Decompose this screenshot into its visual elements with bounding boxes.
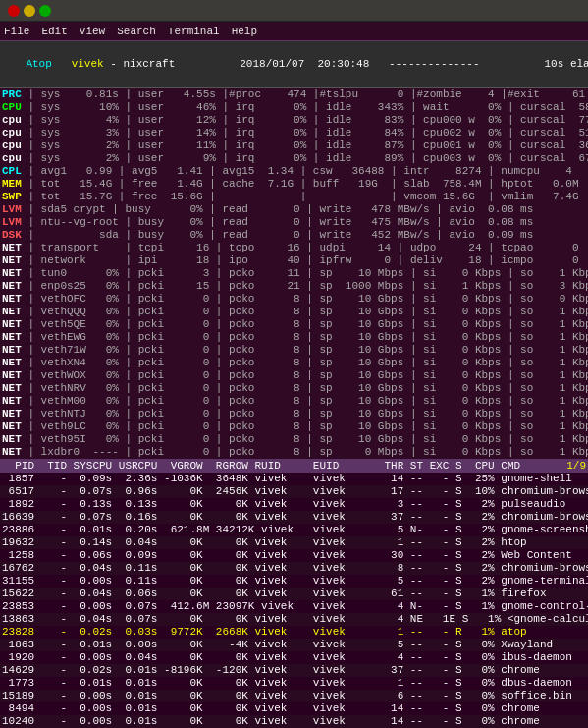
proc-page: 1/9 — [566, 459, 586, 473]
resource-row: NET | vethNTJ 0% | pcki 0 | pcko 8 | sp … — [2, 408, 586, 420]
proc-row: 1863 - 0.01s 0.00s 0K -4K vivek vivek 5 … — [0, 639, 588, 651]
resource-row: CPL | avg1 0.99 | avg5 1.41 | avg15 1.34… — [2, 165, 586, 178]
menu-item-file[interactable]: File — [4, 26, 29, 37]
titlebar — [0, 0, 588, 22]
resource-row: NET | vethM00 0% | pcki 0 | pcko 8 | sp … — [2, 395, 586, 408]
proc-row: 14629 - 0.02s 0.01s -8196K -120K vivek v… — [0, 664, 588, 677]
resource-row: NET | vethNRV 0% | pcki 0 | pcko 8 | sp … — [2, 382, 586, 395]
resource-row: NET | enp0s25 0% | pcki 15 | pcko 21 | s… — [2, 280, 586, 293]
resource-row: cpu | sys 2% | user 9% | irq 0% | idle 8… — [2, 152, 586, 165]
resource-row: NET | vethWOX 0% | pcki 0 | pcko 8 | sp … — [2, 369, 586, 382]
proc-row: 15622 - 0.04s 0.06s 0K 0K vivek vivek 61… — [0, 588, 588, 600]
resource-row: NET | tun0 0% | pcki 3 | pcko 11 | sp 10… — [2, 267, 586, 280]
menubar: FileEditViewSearchTerminalHelp — [0, 22, 588, 41]
proc-row: 23828 - 0.02s 0.03s 9772K 2668K vivek vi… — [0, 626, 588, 639]
proc-row: 23886 - 0.01s 0.20s 621.8M 34212K vivek … — [0, 524, 588, 536]
maximize-button[interactable] — [39, 5, 51, 17]
proc-row: 16762 - 0.04s 0.11s 0K 0K vivek vivek 8 … — [0, 562, 588, 575]
resource-row: CPU | sys 10% | user 46% | irq 0% | idle… — [2, 101, 586, 114]
menu-item-search[interactable]: Search — [117, 26, 156, 37]
atop-title-bar: Atop vivek - nixcraft 2018/01/07 20:30:4… — [0, 41, 588, 88]
proc-row: 1920 - 0.00s 0.04s 0K 0K vivek vivek 4 -… — [0, 651, 588, 664]
resource-row: LVM | sda5 crypt | busy 0% | read 0 | wr… — [2, 203, 586, 216]
menu-item-help[interactable]: Help — [232, 26, 257, 37]
proc-row: 15189 - 0.00s 0.01s 0K 0K vivek vivek 6 … — [0, 690, 588, 702]
proc-row: 10240 - 0.00s 0.01s 0K 0K vivek vivek 14… — [0, 715, 588, 728]
proc-row: 31155 - 0.00s 0.11s 0K 0K vivek vivek 5 … — [0, 575, 588, 588]
minimize-button[interactable] — [24, 5, 35, 17]
resource-row: NET | vethXN4 0% | pcki 0 | pcko 8 | sp … — [2, 357, 586, 369]
resource-row: NET | vethEWG 0% | pcki 0 | pcko 8 | sp … — [2, 331, 586, 344]
process-table: 1857 - 0.09s 2.36s -1036K 3648K vivek vi… — [0, 473, 588, 728]
resource-row: NET | veth71W 0% | pcki 0 | pcko 8 | sp … — [2, 344, 586, 357]
resource-row: NET | veth5QE 0% | pcki 0 | pcko 8 | sp … — [2, 318, 586, 331]
close-button[interactable] — [8, 5, 20, 17]
resource-row: cpu | sys 3% | user 14% | irq 0% | idle … — [2, 127, 586, 140]
resource-row: MEM | tot 15.4G | free 1.4G | cache 7.1G… — [2, 178, 586, 191]
proc-row: 13863 - 0.04s 0.07s 0K 0K vivek vivek 4 … — [0, 613, 588, 626]
proc-row: 19632 - 0.14s 0.04s 0K 0K vivek vivek 1 … — [0, 536, 588, 549]
resource-row: DSK | sda | busy 0% | read 0 | write 452… — [2, 229, 586, 242]
atop-label: Atop — [26, 58, 51, 70]
terminal-content: Atop vivek - nixcraft 2018/01/07 20:30:4… — [0, 41, 588, 728]
resource-row: NET | veth95I 0% | pcki 0 | pcko 8 | sp … — [2, 433, 586, 446]
resource-section: PRC | sys 0.81s | user 4.55s |#proc 474 … — [0, 88, 588, 459]
proc-row: 1892 - 0.13s 0.13s 0K 0K vivek vivek 3 -… — [0, 498, 588, 511]
resource-row: NET | lxdbr0 ---- | pcki 0 | pcko 8 | sp… — [2, 446, 586, 459]
menu-item-view[interactable]: View — [80, 26, 105, 37]
proc-row: 1857 - 0.09s 2.36s -1036K 3648K vivek vi… — [0, 473, 588, 485]
menu-item-terminal[interactable]: Terminal — [168, 26, 220, 37]
proc-row: 23853 - 0.00s 0.07s 412.6M 23097K vivek … — [0, 600, 588, 613]
window-controls[interactable] — [8, 5, 51, 17]
proc-row: 1773 - 0.01s 0.01s 0K 0K vivek vivek 1 -… — [0, 677, 588, 690]
proc-row: 8494 - 0.00s 0.01s 0K 0K vivek vivek 14 … — [0, 702, 588, 715]
proc-row: 16639 - 0.07s 0.16s 0K 0K vivek vivek 37… — [0, 511, 588, 524]
proc-row: 6517 - 0.07s 0.96s 0K 2456K vivek vivek … — [0, 485, 588, 498]
resource-row: NET | vethOFC 0% | pcki 0 | pcko 8 | sp … — [2, 293, 586, 306]
resource-row: PRC | sys 0.81s | user 4.55s |#proc 474 … — [2, 88, 586, 101]
resource-row: NET | vethQQQ 0% | pcki 0 | pcko 8 | sp … — [2, 306, 586, 318]
resource-row: NET | veth9LC 0% | pcki 0 | pcko 8 | sp … — [2, 420, 586, 433]
atop-header-text: vivek - nixcraft 2018/01/07 20:30:48 ---… — [52, 58, 588, 70]
menu-item-edit[interactable]: Edit — [41, 26, 67, 37]
resource-row: LVM | ntu--vg-root | busy 0% | read 0 | … — [2, 216, 586, 229]
resource-row: cpu | sys 2% | user 11% | irq 0% | idle … — [2, 140, 586, 152]
proc-header-label: PID TID SYSCPU USRCPU VGROW RGROW RUID E… — [2, 460, 520, 472]
process-table-header: PID TID SYSCPU USRCPU VGROW RGROW RUID E… — [0, 459, 588, 473]
resource-row: cpu | sys 4% | user 12% | irq 0% | idle … — [2, 114, 586, 127]
proc-row: 1258 - 0.06s 0.09s 0K 0K vivek vivek 30 … — [0, 549, 588, 562]
resource-row: NET | network | ipi 18 | ipo 40 | ipfrw … — [2, 254, 586, 267]
resource-row: SWP | tot 15.7G | free 15.6G | | | vmcom… — [2, 191, 586, 203]
resource-row: NET | transport | tcpi 16 | tcpo 16 | ud… — [2, 242, 586, 254]
